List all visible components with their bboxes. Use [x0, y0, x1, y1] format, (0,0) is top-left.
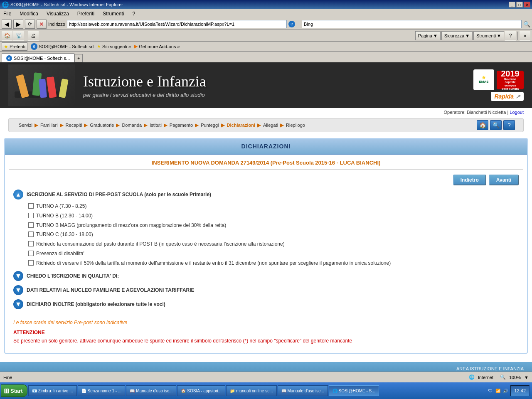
forward-btn[interactable]: ▶: [13, 20, 23, 29]
tray-icon-shield: 🛡: [487, 387, 494, 394]
nav-wrapper: Servizi ▶ Familiari ▶ Recapiti ▶ Graduat…: [0, 116, 532, 134]
service3-collapse-icon[interactable]: ▼: [13, 285, 23, 295]
service2-collapse-icon[interactable]: ▼: [13, 271, 23, 281]
checkbox-row-5: Presenza di disabilita': [28, 250, 519, 257]
next-button[interactable]: Avanti: [489, 175, 519, 185]
cb-turno-b-magg-label: TURNO B MAGG (prolungamento di mezz'ora …: [36, 222, 226, 229]
service4-collapse-icon[interactable]: ▼: [13, 299, 23, 309]
main-content: DICHIARAZIONI INSERIMENTO NUOVA DOMANDA …: [4, 138, 528, 354]
menu-visualizza[interactable]: Visualizza: [45, 10, 71, 17]
taskbar-item-4[interactable]: 📁 manuali on line sc...: [226, 385, 276, 396]
cb-versamento[interactable]: [28, 260, 34, 266]
zone-icon: 🌐: [469, 374, 475, 380]
taskbar-icon-4: 📁: [230, 389, 235, 393]
help-btn[interactable]: ?: [505, 31, 516, 41]
search-input[interactable]: [302, 20, 522, 28]
nav-familiari[interactable]: Familiari: [39, 122, 59, 128]
cb-turno-b[interactable]: [28, 213, 34, 218]
nav-recapiti[interactable]: Recapiti: [64, 122, 84, 128]
status-bar: Fine 🌐 Internet 🔍 100% ▼: [0, 372, 532, 382]
section-title: DICHIARAZIONI: [5, 139, 527, 155]
tray-icon-network: 📶: [495, 387, 501, 394]
menu-strumenti[interactable]: Strumenti: [101, 10, 126, 17]
nav-arrow-7: ▶: [221, 122, 225, 128]
checkbox-row-0: TURNO A (7.30 - 8.25): [28, 203, 519, 210]
new-tab-btn[interactable]: +: [74, 54, 83, 62]
cb-turno-a[interactable]: [28, 203, 34, 209]
emas-badge: ⭐EMAS: [473, 69, 494, 90]
taskbar-item-2[interactable]: 📖 Manuale d'uso isc...: [126, 385, 176, 396]
sicurezza-menu-btn[interactable]: Sicurezza ▼: [441, 31, 473, 40]
refresh-btn[interactable]: ⟳: [25, 20, 35, 29]
taskbar-item-1[interactable]: 📄 Senza nome 1 - ...: [78, 385, 126, 396]
taskbar-icon-5: 📖: [281, 389, 286, 393]
pagina-menu-btn[interactable]: Pagina ▼: [415, 31, 441, 40]
window-controls[interactable]: _ □ ✕: [509, 2, 530, 7]
taskbar-label-1: Senza nome 1 - ...: [88, 389, 122, 393]
taskbar-item-6[interactable]: 🌐 SOSI@HOME - S...: [329, 385, 379, 396]
stop-btn[interactable]: ✕: [37, 20, 47, 29]
menu-help[interactable]: ?: [131, 10, 137, 17]
taskbar-item-3[interactable]: 🏠 SOSIA - appstori...: [177, 385, 225, 396]
fav-link-siti[interactable]: ★ Siti suggeriti »: [97, 44, 131, 49]
address-bar: ◀ ▶ ⟳ ✕ Indirizzo e 🔍: [0, 18, 532, 30]
nav-riepilogo[interactable]: Riepilogo: [284, 122, 307, 128]
taskbar-item-5[interactable]: 📖 Manuale d'uso isc...: [278, 385, 328, 396]
cb-pasto[interactable]: [28, 241, 34, 246]
menu-preferiti[interactable]: Preferiti: [76, 10, 96, 17]
expand-btn[interactable]: »: [520, 31, 530, 41]
header-chalks-image: [8, 64, 75, 106]
strumenti-menu-btn[interactable]: Strumenti ▼: [473, 31, 504, 40]
nav-istituti[interactable]: Istituti: [148, 122, 163, 128]
cb-disabilita[interactable]: [28, 251, 34, 256]
menu-modifica[interactable]: Modifica: [18, 10, 40, 17]
status-right: 🌐 Internet 🔍 100% ▼: [469, 374, 529, 380]
favorites-btn[interactable]: ★ Preferiti: [2, 42, 27, 51]
minimize-btn[interactable]: _: [509, 2, 515, 7]
fav-link-addons[interactable]: ▶ Get more Add-ons »: [134, 44, 180, 49]
nav-arrow-9: ▶: [280, 122, 284, 128]
taskbar-label-0: Zimbra: In arrivo ...: [38, 389, 73, 393]
address-input[interactable]: [67, 20, 287, 28]
close-btn[interactable]: ✕: [524, 2, 530, 7]
fav-link-sosi[interactable]: e SOSI@HOME - Softech srl: [31, 43, 94, 50]
ravenna-badge: 2019 Ravenna capitaleeuropeadella cultur…: [497, 71, 524, 89]
checkbox-row-1: TURNO B (12.30 - 14.00): [28, 212, 519, 219]
nav-domanda[interactable]: Domanda: [120, 122, 143, 128]
nav-allegati[interactable]: Allegati: [261, 122, 280, 128]
back-btn[interactable]: ◀: [2, 20, 12, 29]
logout-link[interactable]: Logout: [510, 110, 524, 115]
menu-file[interactable]: File: [2, 10, 13, 17]
cb-turno-c[interactable]: [28, 232, 34, 237]
nav-arrow-0: ▶: [34, 122, 38, 128]
taskbar-icon-0: 📧: [32, 389, 37, 393]
nav-graduatorie[interactable]: Graduatorie: [88, 122, 116, 128]
toolbar-separator2: [517, 32, 518, 40]
nav-help-btn[interactable]: ?: [503, 120, 515, 130]
maximize-btn[interactable]: □: [516, 2, 523, 7]
taskbar-label-2: Manuale d'uso isc...: [136, 389, 172, 393]
back-button[interactable]: Indietro: [453, 175, 486, 185]
nav-punteggi[interactable]: Punteggi: [199, 122, 220, 128]
nav-home-btn[interactable]: 🏠: [477, 120, 488, 130]
home-tool-btn[interactable]: 🏠: [2, 31, 12, 41]
search-icon[interactable]: 🔍: [523, 21, 530, 27]
browser-tab-active[interactable]: e SOSI@HOME - Softech s...: [2, 53, 74, 62]
fav-ie-icon: e: [31, 43, 37, 50]
toolbar-separator: [26, 32, 26, 40]
print-tool-btn[interactable]: 🖨: [28, 31, 39, 41]
rss-tool-btn[interactable]: 📡: [13, 31, 24, 41]
nav-pagamento[interactable]: Pagamento: [168, 122, 195, 128]
taskbar-icon-6: 🌐: [332, 389, 337, 393]
nav-servizi[interactable]: Servizi: [17, 122, 34, 128]
taskbar-label-3: SOSIA - appstori...: [187, 389, 222, 393]
service3-label: DATI RELATIVI AL NUCLEO FAMILIARE E AGEV…: [27, 287, 195, 293]
ie-toolbar: 🏠 📡 🖨 Pagina ▼ Sicurezza ▼ Strumenti ▼ ?…: [0, 30, 532, 42]
start-button[interactable]: ⊞ Start: [1, 384, 27, 397]
taskbar-item-0[interactable]: 📧 Zimbra: In arrivo ...: [28, 385, 77, 396]
nav-dichiarazioni[interactable]: Dichiarazioni: [225, 122, 257, 128]
header-logos: ⭐EMAS 2019 Ravenna capitaleeuropeadella …: [473, 69, 524, 101]
cb-turno-b-magg[interactable]: [28, 222, 34, 228]
nav-search-btn[interactable]: 🔍: [490, 120, 502, 130]
cb-turno-a-label: TURNO A (7.30 - 8.25): [36, 203, 86, 210]
